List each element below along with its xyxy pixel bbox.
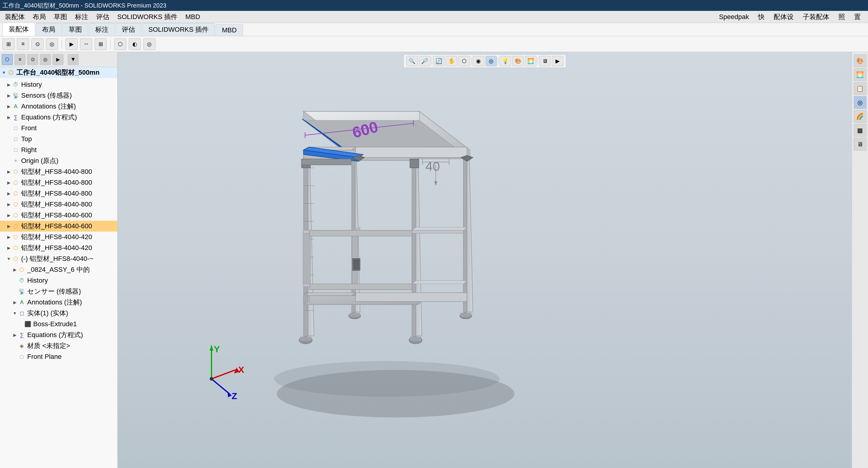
right-sidebar: 🎨 🌅 📋 ◎ 🌈 ▩ 🖥 <box>852 52 868 468</box>
svg-marker-42 <box>309 284 412 290</box>
part-600-1-icon: ⬡ <box>11 211 20 220</box>
menu-item-layout[interactable]: 布局 <box>29 11 50 23</box>
toolbar-btn-9[interactable]: ◐ <box>129 38 141 50</box>
origin-expand <box>6 158 11 164</box>
cmd-tab-markup[interactable]: 标注 <box>89 23 115 36</box>
cmd-tab-assembly[interactable]: 装配体 <box>2 23 35 36</box>
menu-item-sketch[interactable]: 草图 <box>50 11 71 23</box>
tree-item-body[interactable]: ▼ ◻ 实体(1) (实体) <box>0 308 117 319</box>
right-expand <box>6 147 11 153</box>
tree-item-part-800-2[interactable]: ▶ ⬡ 铝型材_HFS8-4040-800 <box>0 177 117 188</box>
rs-btn-decals[interactable]: 📋 <box>854 82 867 95</box>
speedpak-photo[interactable]: 照 <box>838 12 845 22</box>
root-label: 工作台_4040铝型材_500mn <box>16 68 99 77</box>
tree-item-part-600-2[interactable]: ▶ ⬡ 铝型材_HFS8-4040-600 <box>0 221 117 232</box>
tree-item-annotations[interactable]: ▶ A Annotations (注解) <box>0 101 117 112</box>
svg-text:X: X <box>238 364 244 375</box>
tree-item-part-800-1[interactable]: ▶ ⬡ 铝型材_HFS8-4040-800 <box>0 166 117 177</box>
toolbar-btn-6[interactable]: ↔ <box>80 38 92 50</box>
svg-rect-32 <box>303 230 310 284</box>
speedpak-config[interactable]: 配体设 <box>774 12 794 22</box>
tree-item-subassy[interactable]: ▶ ⬡ _0824_ASSY_6 中的 <box>0 264 117 275</box>
tree-item-history-root[interactable]: ▶ ⏱ History <box>0 79 117 90</box>
menu-item-mbd[interactable]: MBD <box>182 12 204 22</box>
part-600-1-expand: ▶ <box>6 212 11 218</box>
menu-item-annotation[interactable]: 标注 <box>71 11 92 23</box>
toolbar-btn-5[interactable]: ▶ <box>66 38 78 50</box>
boss-expand <box>18 321 24 327</box>
lp-btn-feature-tree[interactable]: ⬡ <box>2 54 13 65</box>
toolbar-btn-8[interactable]: ⬡ <box>114 38 126 50</box>
tree-item-part-420-2[interactable]: ▶ ⬡ 铝型材_HFS8-4040-420 <box>0 242 117 253</box>
front-expand <box>6 125 11 131</box>
toolbar-btn-1[interactable]: ⊞ <box>2 38 14 50</box>
toolbar-btn-3[interactable]: ⊙ <box>31 38 43 50</box>
tree-item-material[interactable]: ◈ 材质 <未指定> <box>0 341 117 351</box>
rs-btn-monitor[interactable]: 🖥 <box>854 138 867 151</box>
root-icon: ⬡ <box>7 68 15 77</box>
cmd-tab-sketch[interactable]: 草图 <box>62 23 88 36</box>
feature-tree: ▶ ⏱ History ▶ 📡 Sensors (传感器) ▶ A Annota… <box>0 78 117 468</box>
rs-btn-texture[interactable]: ▩ <box>854 124 867 137</box>
lp-btn-config-manager[interactable]: ⊙ <box>27 54 38 65</box>
equations-expand: ▶ <box>6 115 11 120</box>
tree-item-boss-extrude[interactable]: ⬛ Boss-Extrude1 <box>0 319 117 329</box>
boss-label: Boss-Extrude1 <box>33 320 77 328</box>
tree-item-part-800-4[interactable]: ▶ ⬡ 铝型材_HFS8-4040-800 <box>0 199 117 210</box>
tree-item-sensor-sub[interactable]: 📡 センサー (传感器) <box>0 286 117 297</box>
tree-item-part-expanded[interactable]: ▼ ⬡ (-) 铝型材_HFS8-4040-~ <box>0 253 117 264</box>
tree-item-part-600-1[interactable]: ▶ ⬡ 铝型材_HFS8-4040-600 <box>0 210 117 221</box>
menu-item-assemby[interactable]: 装配体 <box>1 11 28 23</box>
tree-item-top[interactable]: □ Top <box>0 134 117 145</box>
tree-root[interactable]: ▼ ⬡ 工作台_4040铝型材_500mn <box>0 67 117 78</box>
svg-marker-37 <box>412 230 463 233</box>
speedpak-quick[interactable]: 快 <box>758 12 765 22</box>
speedpak-sub[interactable]: 子装配体 <box>803 12 829 22</box>
cmd-tab-evaluate[interactable]: 评估 <box>116 23 142 36</box>
tree-item-part-420-1[interactable]: ▶ ⬡ 铝型材_HFS8-4040-420 <box>0 232 117 242</box>
lp-btn-appearance[interactable]: ◎ <box>40 54 51 65</box>
menu-item-evaluate[interactable]: 评估 <box>92 11 113 23</box>
top-icon: □ <box>11 135 20 143</box>
origin-icon: + <box>11 156 20 165</box>
tree-item-history-sub[interactable]: ⏱ History <box>0 275 117 286</box>
toolbar-btn-10[interactable]: ◎ <box>143 38 155 50</box>
tree-item-annotations-sub[interactable]: ▶ A Annotations (注解) <box>0 297 117 308</box>
sensor-sub-expand <box>12 289 18 294</box>
part-expanded-expand: ▼ <box>6 256 11 262</box>
rs-btn-scenes[interactable]: 🌅 <box>854 68 867 81</box>
cmd-tab-mbd[interactable]: MBD <box>216 24 243 36</box>
material-expand <box>12 343 18 349</box>
annotations-sub-expand: ▶ <box>12 300 18 305</box>
top-expand <box>6 136 11 142</box>
part-420-2-expand: ▶ <box>6 245 11 251</box>
rs-btn-display[interactable]: ◎ <box>854 96 867 109</box>
tree-item-origin[interactable]: + Origin (原点) <box>0 155 117 166</box>
toolbar-btn-4[interactable]: ◎ <box>46 38 58 50</box>
lp-btn-property-manager[interactable]: ≡ <box>14 54 25 65</box>
tree-item-front-plane[interactable]: □ Front Plane <box>0 351 117 362</box>
lp-btn-filter[interactable]: ▼ <box>68 54 79 65</box>
tree-item-sensors[interactable]: ▶ 📡 Sensors (传感器) <box>0 90 117 101</box>
toolbar-btn-7[interactable]: ⊞ <box>95 38 107 50</box>
menu-item-solidworks-addins[interactable]: SOLIDWORKS 插件 <box>114 11 181 23</box>
svg-rect-63 <box>460 313 471 317</box>
viewport[interactable]: 🔍 🔎 🔄 ✋ ⬡ ◉ ◎ 💡 🎨 🌅 🖥 ▶ <box>118 52 852 468</box>
sensors-icon: 📡 <box>11 91 20 100</box>
speedpak-place[interactable]: 置 <box>854 12 861 22</box>
main-layout: ⬡ ≡ ⊙ ◎ ▶ ▼ ▼ ⬡ 工作台_4040铝型材_500mn ▶ ⏱ Hi… <box>0 52 868 468</box>
rs-btn-appearances[interactable]: 🎨 <box>854 54 867 67</box>
part-800-4-expand: ▶ <box>6 202 11 207</box>
tree-item-front[interactable]: □ Front <box>0 123 117 134</box>
part-600-1-label: 铝型材_HFS8-4040-600 <box>21 211 92 220</box>
tree-item-equations[interactable]: ▶ ∑ Equations (方程式) <box>0 112 117 123</box>
sensors-expand: ▶ <box>6 93 11 98</box>
tree-item-part-800-3[interactable]: ▶ ⬡ 铝型材_HFS8-4040-800 <box>0 188 117 199</box>
tree-item-right[interactable]: □ Right <box>0 145 117 155</box>
toolbar-btn-2[interactable]: ≡ <box>17 38 29 50</box>
lp-btn-more[interactable]: ▶ <box>53 54 63 65</box>
cmd-tab-sw-plugins[interactable]: SOLIDWORKS 插件 <box>142 23 215 36</box>
rs-btn-color[interactable]: 🌈 <box>854 110 867 123</box>
cmd-tab-layout[interactable]: 布局 <box>36 23 62 36</box>
tree-item-equations-sub[interactable]: ▶ ∑ Equations (方程式) <box>0 329 117 341</box>
